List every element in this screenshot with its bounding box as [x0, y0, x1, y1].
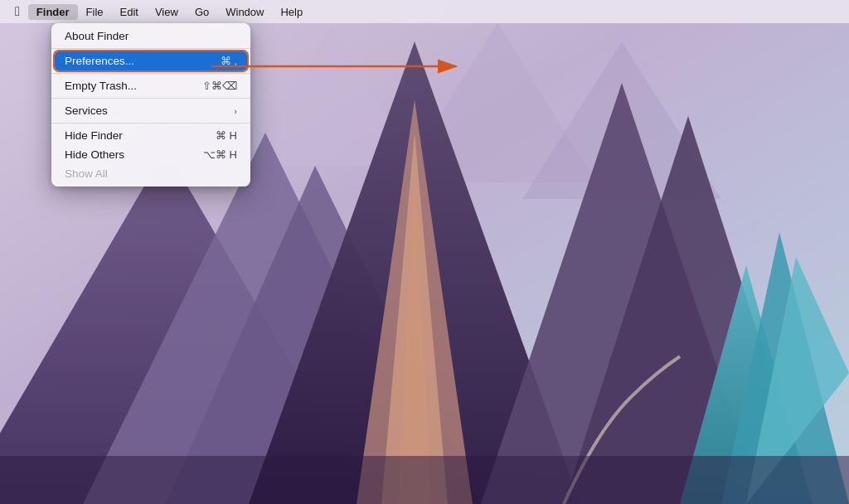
- separator-2: [51, 73, 250, 74]
- svg-rect-16: [0, 456, 849, 504]
- separator-4: [51, 123, 250, 124]
- preferences-shortcut: ⌘ ,: [221, 55, 237, 67]
- file-menu-item[interactable]: File: [78, 4, 112, 20]
- hide-others-shortcut: ⌥⌘ H: [203, 148, 237, 161]
- menubar:  Finder File Edit View Go Window Help: [0, 0, 849, 23]
- preferences-item[interactable]: Preferences... ⌘ ,: [55, 51, 247, 70]
- services-label: Services: [65, 104, 108, 117]
- apple-menu-item[interactable]: : [7, 4, 28, 19]
- empty-trash-item[interactable]: Empty Trash... ⇧⌘⌫: [51, 76, 250, 95]
- empty-trash-shortcut: ⇧⌘⌫: [202, 80, 237, 92]
- services-item[interactable]: Services ›: [51, 101, 250, 120]
- view-menu-item[interactable]: View: [147, 4, 187, 20]
- window-menu-item[interactable]: Window: [217, 4, 272, 20]
- show-all-item[interactable]: Show All: [51, 164, 250, 183]
- edit-menu-item[interactable]: Edit: [112, 4, 147, 20]
- hide-others-label: Hide Others: [65, 148, 124, 161]
- about-finder-label: About Finder: [65, 30, 129, 42]
- finder-menu-item[interactable]: Finder: [28, 4, 78, 20]
- about-finder-item[interactable]: About Finder: [51, 27, 250, 46]
- preferences-label: Preferences...: [65, 55, 134, 67]
- hide-finder-shortcut: ⌘ H: [216, 129, 237, 142]
- empty-trash-label: Empty Trash...: [65, 80, 137, 92]
- hide-finder-label: Hide Finder: [65, 129, 123, 142]
- separator-1: [51, 48, 250, 49]
- services-chevron-icon: ›: [234, 106, 237, 116]
- go-menu-item[interactable]: Go: [187, 4, 217, 20]
- show-all-label: Show All: [65, 167, 108, 180]
- separator-3: [51, 98, 250, 99]
- finder-dropdown-menu: About Finder Preferences... ⌘ , Empty Tr…: [51, 23, 250, 187]
- help-menu-item[interactable]: Help: [272, 4, 311, 20]
- hide-finder-item[interactable]: Hide Finder ⌘ H: [51, 126, 250, 145]
- hide-others-item[interactable]: Hide Others ⌥⌘ H: [51, 145, 250, 164]
